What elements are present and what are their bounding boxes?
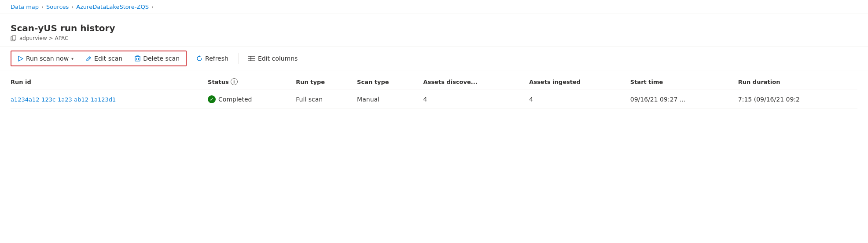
page-subtitle: adpurview > APAC xyxy=(11,35,857,41)
page-title: Scan-yUS run history xyxy=(11,23,857,33)
delete-icon xyxy=(135,55,140,62)
breadcrumb: Data map › Sources › AzureDataLakeStore-… xyxy=(0,0,868,14)
col-header-scan-type: Scan type xyxy=(357,74,423,90)
run-scan-now-button[interactable]: Run scan now ▾ xyxy=(11,51,80,65)
chevron-down-icon: ▾ xyxy=(71,56,74,61)
delete-scan-label: Delete scan xyxy=(143,55,180,62)
page-subtitle-text: adpurview > APAC xyxy=(19,35,69,41)
breadcrumb-sep-2: › xyxy=(71,4,74,10)
run-id-link[interactable]: a1234a12-123c-1a23-ab12-1a123d1 xyxy=(11,96,116,103)
col-header-status: Status i xyxy=(208,74,296,90)
status-text: Completed xyxy=(218,96,252,103)
cell-assets-discovered: 4 xyxy=(423,90,530,109)
cell-scan-type: Manual xyxy=(357,90,423,109)
cell-assets-ingested: 4 xyxy=(529,90,630,109)
edit-columns-button[interactable]: Edit columns xyxy=(242,51,304,65)
edit-icon xyxy=(86,56,92,62)
col-header-run-duration: Run duration xyxy=(738,74,857,90)
col-header-assets-ingested: Assets ingested xyxy=(529,74,630,90)
refresh-button[interactable]: Refresh xyxy=(190,51,235,65)
copy-icon xyxy=(11,35,17,41)
refresh-icon xyxy=(196,55,202,62)
breadcrumb-sources[interactable]: Sources xyxy=(46,4,69,10)
cell-run-id: a1234a12-123c-1a23-ab12-1a123d1 xyxy=(11,90,208,109)
cell-status: ✓ Completed xyxy=(208,90,296,109)
col-header-run-id: Run id xyxy=(11,74,208,90)
svg-marker-2 xyxy=(18,56,23,61)
columns-icon xyxy=(248,56,255,61)
edit-scan-button[interactable]: Edit scan xyxy=(80,51,129,65)
toolbar: Run scan now ▾ Edit scan xyxy=(0,47,868,70)
toolbar-separator xyxy=(238,53,239,64)
refresh-label: Refresh xyxy=(205,55,228,62)
delete-scan-button[interactable]: Delete scan xyxy=(129,51,186,65)
table-area: Run id Status i Run type Scan type Asset… xyxy=(0,74,868,109)
breadcrumb-data-map[interactable]: Data map xyxy=(11,4,39,10)
edit-scan-label: Edit scan xyxy=(94,55,122,62)
table-row: a1234a12-123c-1a23-ab12-1a123d1 ✓ Comple… xyxy=(11,90,857,109)
breadcrumb-datasource[interactable]: AzureDataLakeStore-ZQS xyxy=(76,4,149,10)
cell-run-type: Full scan xyxy=(296,90,357,109)
page-header: Scan-yUS run history adpurview > APAC xyxy=(0,14,868,47)
col-header-run-type: Run type xyxy=(296,74,357,90)
status-info-icon[interactable]: i xyxy=(231,78,238,85)
breadcrumb-sep-3: › xyxy=(151,4,154,10)
scan-runs-table: Run id Status i Run type Scan type Asset… xyxy=(11,74,857,109)
toolbar-highlighted-group: Run scan now ▾ Edit scan xyxy=(11,51,187,66)
svg-rect-1 xyxy=(12,36,16,40)
table-header-row: Run id Status i Run type Scan type Asset… xyxy=(11,74,857,90)
play-icon xyxy=(18,56,23,62)
cell-run-duration: 7:15 (09/16/21 09:2 xyxy=(738,90,857,109)
col-header-start-time: Start time xyxy=(630,74,738,90)
edit-columns-label: Edit columns xyxy=(258,55,298,62)
svg-rect-3 xyxy=(135,57,140,61)
run-scan-now-label: Run scan now xyxy=(26,55,69,62)
completed-status-icon: ✓ xyxy=(208,95,216,103)
col-header-assets-discovered: Assets discove... xyxy=(423,74,530,90)
cell-start-time: 09/16/21 09:27 ... xyxy=(630,90,738,109)
breadcrumb-sep-1: › xyxy=(41,4,44,10)
